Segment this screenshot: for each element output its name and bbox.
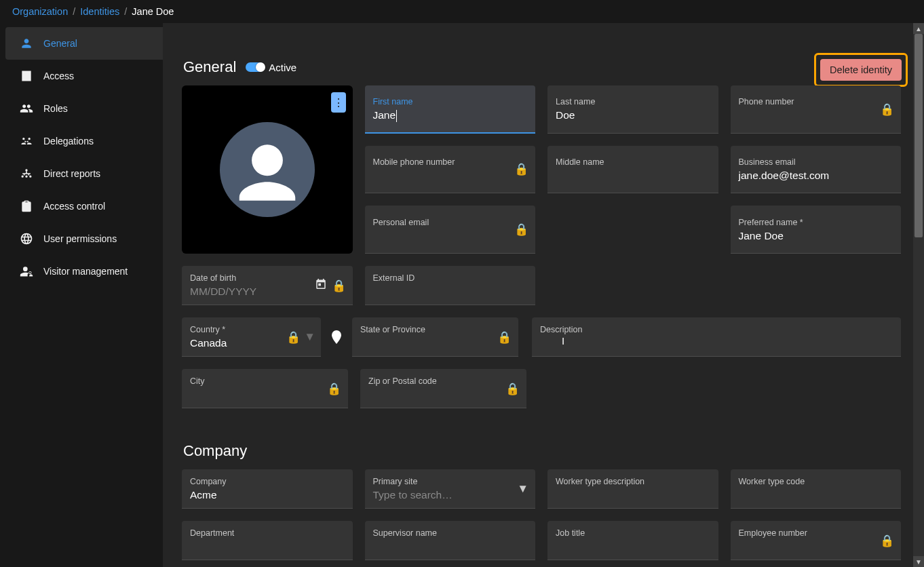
field-value xyxy=(368,388,518,402)
external-id-field[interactable]: External ID xyxy=(365,266,536,305)
lock-icon: 🔒 xyxy=(332,278,346,292)
mobile-phone-field[interactable]: Mobile phone number 🔒 xyxy=(365,146,536,194)
field-label: Mobile phone number xyxy=(373,157,528,168)
lock-icon: 🔒 xyxy=(880,533,894,547)
avatar-menu-button[interactable]: ⋮ xyxy=(331,92,346,113)
personal-email-field[interactable]: Personal email 🔒 xyxy=(365,206,536,254)
vertical-scrollbar[interactable]: ▲ ▼ xyxy=(913,23,924,567)
supervisor-name-field[interactable]: Supervisor name xyxy=(365,521,536,560)
sidebar-item-general[interactable]: General xyxy=(5,27,163,60)
section-title-general: General Active xyxy=(183,58,905,76)
state-field[interactable]: State or Province 🔒 xyxy=(352,317,518,357)
field-label: Worker type description xyxy=(556,477,710,487)
employee-number-field[interactable]: Employee number 🔒 xyxy=(731,521,902,560)
field-value xyxy=(739,109,893,122)
field-label: Preferred name * xyxy=(739,218,893,228)
users-icon xyxy=(19,101,34,116)
field-label: Last name xyxy=(556,97,710,107)
zip-field[interactable]: Zip or Postal code 🔒 xyxy=(360,369,526,408)
section-title-label: Company xyxy=(183,442,247,460)
field-value xyxy=(190,388,340,402)
breadcrumb-current: Jane Doe xyxy=(132,6,174,17)
field-label: Personal email xyxy=(373,218,528,228)
field-label: State or Province xyxy=(360,325,510,335)
department-field[interactable]: Department xyxy=(182,521,353,560)
sidebar-item-label: Access xyxy=(43,71,74,81)
scroll-up-button[interactable]: ▲ xyxy=(913,23,924,34)
field-value xyxy=(373,229,528,243)
worker-type-desc-field[interactable]: Worker type description xyxy=(547,469,718,509)
field-value: Jane xyxy=(373,109,528,122)
sidebar-item-direct-reports[interactable]: Direct reports xyxy=(5,157,163,190)
field-label: Job title xyxy=(556,528,710,539)
field-value xyxy=(373,540,528,553)
field-value: Doe xyxy=(556,109,710,122)
breadcrumb-identities[interactable]: Identities xyxy=(80,6,119,17)
field-value xyxy=(556,540,710,553)
delegations-icon xyxy=(19,134,34,149)
field-label: Description xyxy=(540,325,893,335)
field-value: Jane Doe xyxy=(739,229,893,243)
field-label: Phone number xyxy=(739,97,893,107)
breadcrumb-organization[interactable]: Organization xyxy=(12,6,68,17)
dob-field[interactable]: Date of birth MM/DD/YYYY 🔒 xyxy=(182,266,353,305)
field-label: External ID xyxy=(373,273,528,284)
field-value xyxy=(540,336,893,350)
visitor-icon xyxy=(19,264,34,279)
company-field[interactable]: Company Acme xyxy=(182,469,353,509)
clipboard-icon xyxy=(19,199,34,214)
sidebar-item-access-control[interactable]: Access control xyxy=(5,190,163,222)
location-pin-icon xyxy=(325,317,348,357)
section-title-company: Company xyxy=(183,442,905,460)
description-field[interactable]: Description I xyxy=(532,317,901,357)
scroll-down-button[interactable]: ▼ xyxy=(913,556,924,567)
field-value xyxy=(373,169,528,182)
breadcrumb: Organization / Identities / Jane Doe xyxy=(0,0,924,23)
field-label: Department xyxy=(190,528,345,539)
toggle-label: Active xyxy=(269,62,296,73)
first-name-field[interactable]: First name Jane xyxy=(365,85,536,134)
sidebar: General Access Roles Delegations Direct … xyxy=(0,23,163,567)
sidebar-item-access[interactable]: Access xyxy=(5,60,163,92)
main-content: Delete identity General Active ⋮ Fi xyxy=(163,23,924,567)
delete-identity-button[interactable]: Delete identity xyxy=(820,59,902,81)
chevron-down-icon[interactable]: ▼ xyxy=(304,330,315,344)
globe-icon xyxy=(19,231,34,246)
chevron-down-icon[interactable]: ▼ xyxy=(517,482,528,496)
scroll-track[interactable] xyxy=(913,34,924,556)
sidebar-item-user-permissions[interactable]: User permissions xyxy=(5,222,163,255)
preferred-name-field[interactable]: Preferred name * Jane Doe xyxy=(731,206,902,254)
last-name-field[interactable]: Last name Doe xyxy=(547,85,718,134)
sidebar-item-delegations[interactable]: Delegations xyxy=(5,125,163,157)
active-toggle[interactable]: Active xyxy=(246,62,296,73)
sidebar-item-label: Direct reports xyxy=(43,168,100,179)
tree-icon xyxy=(19,166,34,181)
country-field[interactable]: Country * Canada 🔒 ▼ xyxy=(182,317,321,357)
primary-site-field[interactable]: Primary site Type to search… ▼ xyxy=(365,469,536,509)
sidebar-item-label: User permissions xyxy=(43,233,117,244)
field-value xyxy=(373,285,528,298)
field-label: Supervisor name xyxy=(373,528,528,539)
middle-name-field[interactable]: Middle name xyxy=(547,146,718,194)
field-label: Company xyxy=(190,477,345,487)
calendar-icon[interactable] xyxy=(315,277,327,293)
phone-field[interactable]: Phone number 🔒 xyxy=(731,85,902,134)
sidebar-item-label: Visitor management xyxy=(43,266,128,277)
field-value: Acme xyxy=(190,488,345,502)
business-email-field[interactable]: Business email jane.doe@test.com xyxy=(731,146,902,194)
job-title-field[interactable]: Job title xyxy=(547,521,718,560)
field-value: jane.doe@test.com xyxy=(739,169,893,182)
scroll-thumb[interactable] xyxy=(915,34,923,237)
lock-icon: 🔒 xyxy=(514,162,528,176)
field-value xyxy=(556,488,710,502)
lock-icon: 🔒 xyxy=(286,330,301,344)
delete-highlight: Delete identity xyxy=(814,53,908,87)
sidebar-item-roles[interactable]: Roles xyxy=(5,92,163,125)
breadcrumb-sep: / xyxy=(73,6,75,17)
worker-type-code-field[interactable]: Worker type code xyxy=(731,469,902,509)
sidebar-item-visitor-management[interactable]: Visitor management xyxy=(5,255,163,288)
field-label: Business email xyxy=(739,157,893,168)
city-field[interactable]: City 🔒 xyxy=(182,369,348,408)
toggle-track xyxy=(246,62,265,72)
field-value xyxy=(360,336,510,350)
